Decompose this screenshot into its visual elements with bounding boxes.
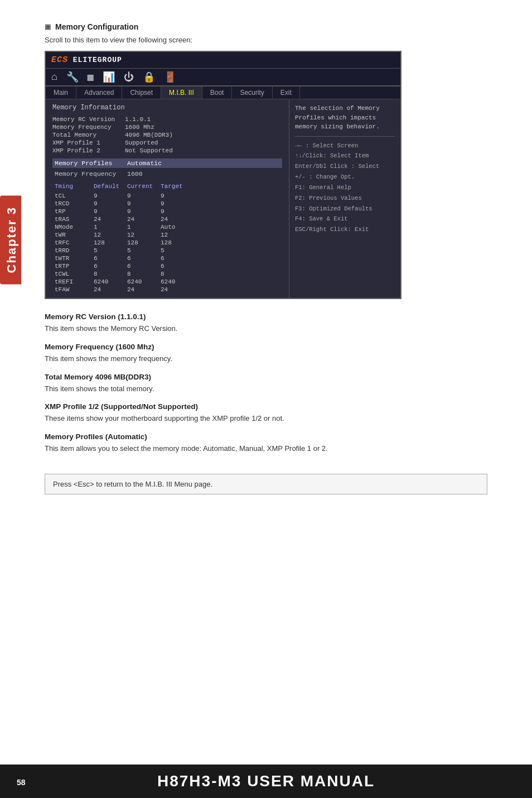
timing-header: Tming Default Current Target: [52, 182, 282, 191]
desc-mem-profiles-heading: Memory Profiles (Automatic): [45, 432, 487, 441]
timing-row-trp: tRP999: [52, 208, 282, 215]
page-footer: 58 H87H3-M3 USER MANUAL: [0, 765, 532, 798]
mib-icon[interactable]: 📊: [103, 71, 115, 83]
xmp2-row: XMP Profile 2 Not Supported: [52, 147, 282, 154]
timing-row-trtp: tRTP666: [52, 262, 282, 270]
memory-freq-setting-value: 1600: [127, 170, 143, 177]
xmp2-label: XMP Profile 2: [52, 147, 125, 154]
timing-row-tcl: tCL999: [52, 192, 282, 200]
help-change: +/- : Change Opt.: [295, 172, 395, 182]
timing-row-trfc: tRFC128128128: [52, 239, 282, 247]
timing-row-tras: tRAS242424: [52, 215, 282, 223]
help-select-item: ↑↓/Click: Select Item: [295, 151, 395, 161]
tab-chipset[interactable]: Chipset: [122, 86, 161, 99]
desc-memory-rc-heading: Memory RC Version (1.1.0.1): [45, 313, 487, 321]
bios-screen: ECS ELITEGROUP ⌂ 🔧 ▦ 📊 ⏻ 🔒 🚪 Main Advanc…: [45, 51, 402, 299]
exit-icon[interactable]: 🚪: [164, 71, 176, 83]
chapter-label: Chapter 3: [0, 195, 21, 284]
help-f2: F2: Previous Values: [295, 194, 395, 204]
desc-xmp-text: These items show your motherboard suppor…: [45, 413, 487, 425]
help-f4: F4: Save & Exit: [295, 214, 395, 224]
tab-main[interactable]: Main: [46, 86, 76, 99]
bios-nav-icons-row: ⌂ 🔧 ▦ 📊 ⏻ 🔒 🚪: [46, 69, 400, 86]
desc-total-memory-heading: Total Memory 4096 MB(DDR3): [45, 373, 487, 381]
desc-mem-profiles-text: This item allows you to select the memor…: [45, 443, 487, 455]
timing-row-twr: tWR121212: [52, 231, 282, 239]
sidebar-description: The selection of Memory Profiles which i…: [295, 104, 395, 132]
memory-info-title: Memory Information: [52, 104, 282, 113]
footer-title: H87H3-M3 USER MANUAL: [157, 772, 375, 790]
desc-memory-rc: Memory RC Version (1.1.0.1) This item sh…: [45, 313, 487, 335]
esc-note: Press <Esc> to return to the M.I.B. III …: [45, 474, 487, 494]
help-esc: ESC/Right Click: Exit: [295, 225, 395, 235]
timing-row-trefi: tREFI624062406240: [52, 278, 282, 286]
timing-row-trcd: tRCD999: [52, 200, 282, 208]
help-f1: F1: General Help: [295, 183, 395, 193]
tools-icon[interactable]: 🔧: [66, 71, 79, 83]
timing-row-tfaw: tFAW242424: [52, 286, 282, 294]
desc-memory-rc-text: This item shows the Memory RC Version.: [45, 323, 487, 335]
page-number: 58: [17, 778, 26, 787]
memory-freq-setting-label: Memory Frequency: [55, 170, 127, 177]
help-select-screen: →← : Select Screen: [295, 141, 395, 151]
tab-security[interactable]: Security: [232, 86, 272, 99]
help-enter: Enter/Dbl Click : Select: [295, 162, 395, 172]
memory-profiles-label: Memory Profiles: [55, 160, 127, 167]
total-memory-label: Total Memory: [52, 132, 125, 138]
bios-sidebar: The selection of Memory Profiles which i…: [289, 99, 400, 298]
xmp1-row: XMP Profile 1 Supported: [52, 140, 282, 146]
memory-frequency-row: Memory Frequency 1600 Mhz: [52, 124, 282, 131]
memory-profiles-value: Automatic: [127, 160, 162, 167]
memory-profiles-row[interactable]: Memory Profiles Automatic: [52, 158, 282, 168]
memory-freq-label: Memory Frequency: [52, 124, 125, 131]
timing-col-target: Target: [161, 183, 205, 190]
bios-body: Memory Information Memory RC Version 1.1…: [46, 99, 400, 298]
desc-total-memory-text: This item shows the total memory.: [45, 383, 487, 395]
tab-boot[interactable]: Boot: [202, 86, 233, 99]
tab-mib3[interactable]: M.I.B. III: [161, 86, 202, 99]
chipset-icon[interactable]: ▦: [88, 71, 94, 83]
memory-freq-setting-row[interactable]: Memory Frequency 1600: [52, 169, 282, 179]
home-icon[interactable]: ⌂: [51, 71, 57, 83]
timing-col-default: Default: [94, 183, 127, 190]
desc-xmp-heading: XMP Profile 1/2 (Supported/Not Supported…: [45, 402, 487, 411]
bios-help-section: →← : Select Screen ↑↓/Click: Select Item…: [295, 136, 395, 235]
bios-header: ECS ELITEGROUP: [46, 52, 400, 69]
timing-row-trrd: tRRD555: [52, 247, 282, 254]
memory-rc-value: 1.1.0.1: [125, 116, 151, 123]
bios-tabs: Main Advanced Chipset M.I.B. III Boot Se…: [46, 86, 400, 99]
timing-col-tming: Tming: [55, 183, 94, 190]
security-icon[interactable]: 🔒: [143, 71, 155, 83]
xmp1-value: Supported: [125, 140, 158, 146]
timing-col-current: Current: [127, 183, 161, 190]
memory-rc-label: Memory RC Version: [52, 116, 125, 123]
timing-row-tcwl: tCWL888: [52, 270, 282, 278]
desc-xmp-profile: XMP Profile 1/2 (Supported/Not Supported…: [45, 402, 487, 425]
tab-exit[interactable]: Exit: [273, 86, 300, 99]
xmp2-value: Not Supported: [125, 147, 173, 154]
xmp1-label: XMP Profile 1: [52, 140, 125, 146]
desc-total-memory: Total Memory 4096 MB(DDR3) This item sho…: [45, 373, 487, 395]
desc-memory-freq-heading: Memory Frequency (1600 Mhz): [45, 343, 487, 351]
desc-memory-freq-text: This item shows the memory frequency.: [45, 353, 487, 365]
tab-advanced[interactable]: Advanced: [76, 86, 122, 99]
scroll-instruction: Scroll to this item to view the followin…: [45, 36, 487, 44]
memory-freq-value: 1600 Mhz: [125, 124, 154, 131]
desc-memory-profiles: Memory Profiles (Automatic) This item al…: [45, 432, 487, 455]
total-memory-value: 4096 MB(DDR3): [125, 132, 173, 138]
desc-memory-freq: Memory Frequency (1600 Mhz) This item sh…: [45, 343, 487, 365]
bios-logo: ECS ELITEGROUP: [51, 55, 122, 65]
total-memory-row: Total Memory 4096 MB(DDR3): [52, 132, 282, 138]
memory-rc-version-row: Memory RC Version 1.1.0.1: [52, 116, 282, 123]
bios-main-panel: Memory Information Memory RC Version 1.1…: [46, 99, 289, 298]
power-icon[interactable]: ⏻: [124, 71, 134, 83]
timing-row-nmode: NMode11Auto: [52, 223, 282, 231]
section-heading: Memory Configuration: [45, 22, 487, 31]
help-f3: F3: Optimized Defaults: [295, 204, 395, 214]
timing-row-twtr: tWTR666: [52, 254, 282, 262]
